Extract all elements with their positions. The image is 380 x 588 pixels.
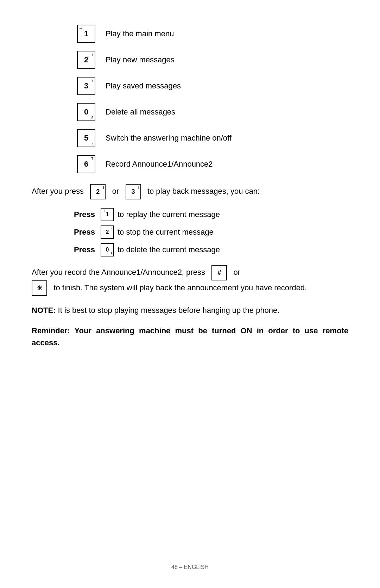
paragraph-2: After you record the Announce1/Announce2… (32, 265, 348, 296)
key1-wrap: ⊣ 1 (74, 25, 99, 43)
list-item: 0§ Delete all messages (74, 103, 348, 121)
press-key2-icon: 2i (101, 225, 114, 239)
key0-label: Delete all messages (106, 107, 175, 117)
list-item: 3i Play saved messages (74, 77, 348, 95)
para2-before: After you record the Announce1/Announce2… (32, 268, 205, 277)
key3-label: Play saved messages (106, 81, 181, 91)
note-paragraph: NOTE: It is best to stop playing message… (32, 304, 348, 316)
key-0-icon: 0§ (77, 103, 95, 121)
page-content: ⊣ 1 Play the main menu 2i Play new messa… (32, 25, 348, 349)
key-2-icon: 2i (77, 51, 95, 69)
list-item: 6T Record Announce1/Announce2 (74, 155, 348, 173)
key-5-icon: 5ı (77, 129, 95, 147)
press-item-3: Press 0§ to delete the current message (74, 243, 348, 256)
press-text-2: to stop the current message (118, 228, 214, 237)
footer: 48 – ENGLISH (0, 564, 380, 570)
list-item: 2i Play new messages (74, 51, 348, 69)
key6-wrap: 6T (74, 155, 99, 173)
para2-after: to finish. The system will play back the… (53, 283, 307, 292)
list-item: ⊣ 1 Play the main menu (74, 25, 348, 43)
para2-star-icon: ✳ (32, 280, 47, 296)
para1-middle: or (112, 187, 119, 196)
key1-label: Play the main menu (106, 29, 174, 38)
key-1-icon: ⊣ 1 (77, 25, 95, 43)
icon-list: ⊣ 1 Play the main menu 2i Play new messa… (74, 25, 348, 173)
press-key0-icon: 0§ (101, 243, 114, 256)
press-item-2: Press 2i to stop the current message (74, 225, 348, 239)
key3-wrap: 3i (74, 77, 99, 95)
key5-label: Switch the answering machine on/off (106, 134, 232, 143)
key-6-icon: 6T (77, 155, 95, 173)
key2-wrap: 2i (74, 51, 99, 69)
key0-wrap: 0§ (74, 103, 99, 121)
para2-middle: or (234, 268, 241, 277)
footer-text: 48 – ENGLISH (171, 564, 209, 570)
press-key1-icon: ⊣ 1 (101, 208, 114, 221)
press-text-1: to replay the current message (118, 210, 220, 219)
press-word-3: Press (74, 245, 95, 254)
reminder-text: Reminder: Your answering machine must be… (32, 326, 348, 347)
para1-key2-icon: 2i (90, 184, 106, 199)
press-list: Press ⊣ 1 to replay the current message … (74, 208, 348, 256)
press-text-3: to delete the current message (118, 245, 220, 254)
para1-before: After you press (32, 187, 84, 196)
note-text: It is best to stop playing messages befo… (56, 306, 279, 315)
key-3-icon: 3i (77, 77, 95, 95)
para1-key3-icon: 3i (126, 184, 141, 199)
note-label: NOTE: (32, 306, 56, 315)
paragraph-1: After you press 2i or 3i to play back me… (32, 184, 348, 199)
key6-label: Record Announce1/Announce2 (106, 160, 213, 169)
key2-label: Play new messages (106, 55, 175, 64)
press-word-2: Press (74, 228, 95, 237)
key5-wrap: 5ı (74, 129, 99, 147)
para1-after: to play back messages, you can: (147, 187, 260, 196)
list-item: 5ı Switch the answering machine on/off (74, 129, 348, 147)
reminder-paragraph: Reminder: Your answering machine must be… (32, 325, 348, 349)
press-item-1: Press ⊣ 1 to replay the current message (74, 208, 348, 221)
press-word-1: Press (74, 210, 95, 219)
para2-hash-icon: # (211, 265, 227, 280)
